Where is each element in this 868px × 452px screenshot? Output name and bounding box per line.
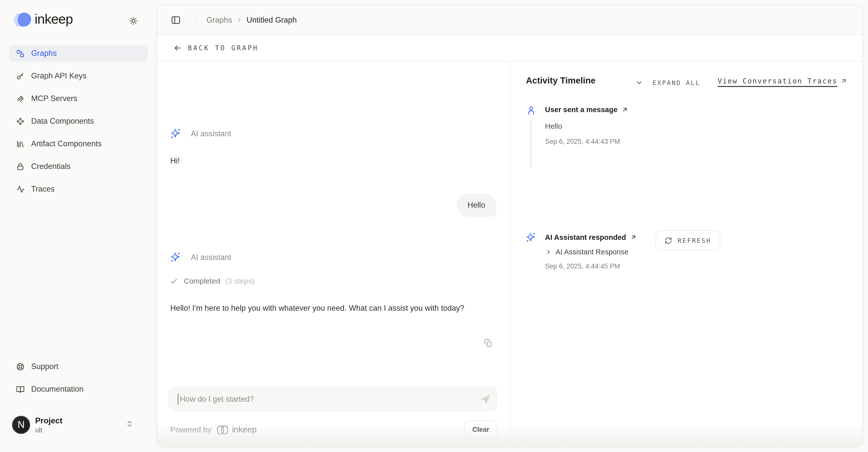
powered-brand: inkeep (232, 425, 257, 435)
nextjs-avatar-badge[interactable]: N (12, 416, 30, 434)
send-button[interactable] (474, 387, 497, 411)
refresh-button[interactable]: REFRESH (655, 230, 720, 250)
key-icon (16, 72, 25, 80)
timeline-title: Activity Timeline (526, 76, 596, 86)
project-name: Project (35, 416, 63, 426)
sidebar-item-label: Graphs (31, 49, 57, 58)
app-logo[interactable]: inkeep (13, 11, 144, 29)
project-selector[interactable]: N Project ult (9, 411, 148, 439)
inkeep-logo-icon (13, 12, 31, 28)
clear-label: Clear (472, 426, 489, 433)
sidebar-item-traces[interactable]: Traces (9, 180, 148, 198)
breadcrumb-graphs-link[interactable]: Graphs (207, 15, 232, 24)
library-icon (16, 140, 25, 148)
assistant-label: AI assistant (191, 253, 231, 262)
panel-left-icon (171, 15, 181, 25)
completion-status[interactable]: Completed (3 steps) (170, 277, 255, 285)
event-title: User sent a message (545, 106, 618, 114)
sidebar-item-documentation[interactable]: Documentation (9, 380, 148, 398)
sidebar-item-label: Support (31, 362, 59, 371)
sun-icon (128, 16, 138, 25)
sidebar-item-graph-api-keys[interactable]: Graph API Keys (9, 67, 148, 84)
main-card: Graphs Untitled Graph BACK TO GRAPH (157, 4, 863, 447)
theme-toggle-button[interactable] (126, 13, 141, 28)
back-to-graph-button[interactable]: BACK TO GRAPH (173, 44, 259, 52)
assistant-response-expander[interactable]: AI Assistant Response (545, 248, 628, 256)
assistant-message-header: AI assistant (169, 127, 231, 140)
sidebar-item-label: MCP Servers (31, 94, 78, 103)
arrow-left-icon (173, 44, 182, 52)
assistant-message: Hello! I'm here to help you with whateve… (170, 301, 464, 315)
arrow-up-right-icon (630, 234, 637, 241)
event-timestamp: Sep 6, 2025, 4:44:43 PM (545, 138, 620, 145)
sidebar-nav: Graphs Graph API Keys MCP Servers Data C… (9, 45, 148, 203)
powered-by[interactable]: Powered by inkeep (170, 424, 257, 435)
view-traces-label: View Conversation Traces (718, 77, 837, 85)
sidebar-item-label: Graph API Keys (31, 72, 87, 80)
sidebar: inkeep Graphs Graph API Keys (0, 0, 157, 452)
event-timestamp: Sep 6, 2025, 4:44:45 PM (545, 262, 620, 270)
refresh-icon (664, 236, 672, 244)
timeline-event-link[interactable]: User sent a message (545, 106, 629, 114)
chevrons-up-down-icon (126, 420, 134, 428)
sidebar-item-label: Traces (31, 185, 55, 194)
life-buoy-icon (16, 362, 25, 371)
breadcrumb-current: Untitled Graph (247, 15, 297, 24)
assistant-message-header: AI assistant (169, 251, 231, 263)
copy-icon (484, 338, 493, 347)
arrow-up-right-icon (622, 106, 629, 113)
activity-timeline-panel: Activity Timeline EXPAND ALL View Conver… (510, 61, 863, 447)
sidebar-footer: Support Documentation (9, 358, 148, 403)
check-icon (170, 277, 178, 285)
arrow-up-right-icon (840, 78, 847, 84)
sidebar-item-graphs[interactable]: Graphs (9, 45, 148, 62)
assistant-message: Hi! (170, 157, 180, 165)
refresh-label: REFRESH (678, 236, 711, 244)
timeline-event-link[interactable]: AI Assistant responded (545, 233, 637, 241)
sidebar-item-label: Artifact Components (31, 139, 102, 148)
workflow-icon (16, 49, 25, 58)
sidebar-item-data-components[interactable]: Data Components (9, 113, 148, 130)
book-open-icon (16, 385, 25, 393)
chevron-down-icon[interactable] (636, 79, 643, 86)
project-subname: ult (35, 426, 63, 434)
sidebar-item-artifact-components[interactable]: Artifact Components (9, 135, 148, 152)
sidebar-toggle-button[interactable] (168, 12, 183, 27)
chat-input-container (169, 387, 497, 411)
expand-all-button[interactable]: EXPAND ALL (652, 79, 701, 86)
breadcrumb: Graphs Untitled Graph (207, 15, 297, 24)
sidebar-item-label: Credentials (31, 162, 70, 171)
mcp-icon (16, 94, 25, 103)
project-text: Project ult (35, 416, 63, 434)
powered-by-text: Powered by (170, 425, 212, 434)
copy-button[interactable] (482, 336, 495, 349)
send-icon (479, 392, 492, 405)
divider (195, 13, 196, 26)
sidebar-item-credentials[interactable]: Credentials (9, 158, 148, 175)
chevron-right-icon (236, 17, 243, 23)
back-to-graph-label: BACK TO GRAPH (188, 44, 259, 52)
back-bar: BACK TO GRAPH (157, 35, 863, 61)
sparkles-icon (169, 127, 182, 140)
view-conversation-traces-link[interactable]: View Conversation Traces (718, 77, 847, 85)
status-text: Completed (184, 277, 220, 285)
app-name: inkeep (35, 11, 73, 27)
activity-icon (16, 185, 25, 193)
chat-panel: AI assistant Hi! Hello AI assistant Comp… (157, 61, 510, 447)
component-icon (16, 117, 25, 125)
sidebar-item-label: Data Components (31, 117, 94, 126)
sidebar-item-mcp-servers[interactable]: MCP Servers (9, 90, 148, 107)
sparkles-icon (525, 231, 537, 243)
event-body: AI Assistant Response (556, 248, 628, 256)
assistant-label: AI assistant (191, 129, 231, 138)
status-steps: (3 steps) (225, 277, 255, 285)
clear-button[interactable]: Clear (464, 420, 497, 439)
event-title: AI Assistant responded (545, 233, 626, 241)
lock-icon (16, 162, 25, 171)
user-message-bubble: Hello (456, 194, 496, 217)
chat-message-input[interactable] (178, 393, 474, 404)
sidebar-item-label: Documentation (31, 385, 84, 394)
chevron-right-icon (545, 248, 552, 255)
timeline-connector (530, 120, 531, 167)
sidebar-item-support[interactable]: Support (9, 358, 148, 375)
